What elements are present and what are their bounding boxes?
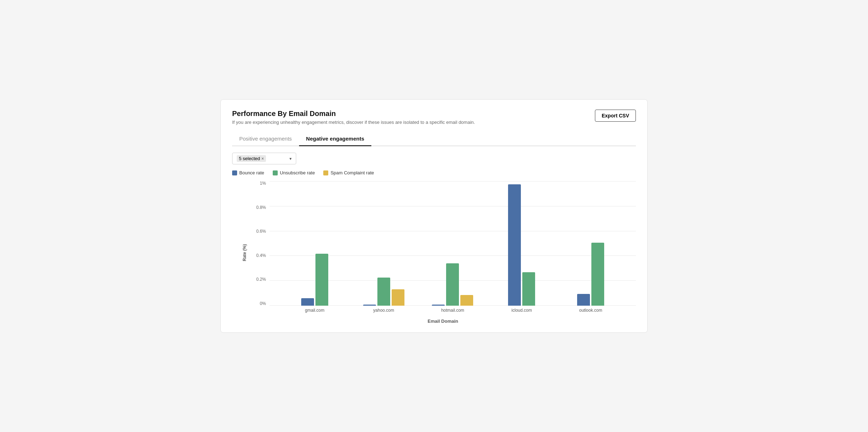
bounce-rate-color-dot	[232, 170, 237, 175]
x-label-icloud.com: icloud.com	[490, 306, 554, 316]
y-label-6: 0%	[260, 301, 266, 306]
x-label-gmail.com: gmail.com	[283, 306, 347, 316]
filter-row: 5 selected × ▾	[232, 153, 636, 164]
card-title: Performance By Email Domain	[232, 110, 475, 118]
bar-unsubscribe-gmail.com	[315, 254, 328, 306]
legend-bounce-label: Bounce rate	[239, 170, 264, 175]
bar-unsubscribe-outlook.com	[591, 243, 604, 306]
x-label-hotmail.com: hotmail.com	[420, 306, 485, 316]
card-header: Performance By Email Domain If you are e…	[232, 110, 636, 125]
chevron-down-icon: ▾	[289, 156, 292, 161]
unsubscribe-rate-color-dot	[273, 170, 278, 175]
filter-selected-tag: 5 selected ×	[237, 155, 266, 162]
bar-unsubscribe-yahoo.com	[377, 278, 390, 306]
bar-group-hotmail.com	[420, 263, 485, 306]
bar-spam-hotmail.com	[460, 295, 473, 306]
bar-bounce-gmail.com	[301, 298, 314, 306]
bar-bounce-icloud.com	[508, 184, 521, 306]
x-axis: gmail.comyahoo.comhotmail.comicloud.como…	[270, 306, 636, 316]
legend-unsubscribe-rate: Unsubscribe rate	[273, 170, 315, 175]
y-label-4: 0.4%	[256, 253, 266, 258]
legend-spam-label: Spam Complaint rate	[330, 170, 374, 175]
tabs-container: Positive engagements Negative engagement…	[232, 132, 636, 146]
x-label-outlook.com: outlook.com	[559, 306, 623, 316]
bar-group-yahoo.com	[352, 278, 416, 306]
tab-negative-engagements[interactable]: Negative engagements	[299, 132, 371, 146]
bars-container	[270, 181, 636, 306]
x-axis-title: Email Domain	[250, 318, 636, 324]
bar-bounce-outlook.com	[577, 294, 590, 306]
bar-spam-yahoo.com	[392, 289, 404, 306]
chart-wrapper: Rate (%) 1% 0.8% 0.6% 0.4% 0.2% 0%	[232, 181, 636, 324]
bar-unsubscribe-hotmail.com	[446, 263, 459, 306]
spam-rate-color-dot	[323, 170, 328, 175]
x-label-yahoo.com: yahoo.com	[352, 306, 416, 316]
y-label-5: 0.2%	[256, 277, 266, 281]
bar-group-gmail.com	[283, 254, 347, 306]
chart-legend: Bounce rate Unsubscribe rate Spam Compla…	[232, 170, 636, 175]
tab-positive-engagements[interactable]: Positive engagements	[232, 132, 299, 146]
chart-area: 1% 0.8% 0.6% 0.4% 0.2% 0%	[250, 181, 636, 316]
title-area: Performance By Email Domain If you are e…	[232, 110, 475, 125]
performance-card: Performance By Email Domain If you are e…	[220, 99, 648, 333]
chart-body: gmail.comyahoo.comhotmail.comicloud.como…	[270, 181, 636, 316]
y-label-2: 0.8%	[256, 205, 266, 210]
bar-group-outlook.com	[559, 243, 623, 306]
legend-unsubscribe-label: Unsubscribe rate	[280, 170, 315, 175]
filter-clear-icon[interactable]: ×	[261, 156, 264, 161]
legend-spam-rate: Spam Complaint rate	[323, 170, 374, 175]
export-csv-button[interactable]: Export CSV	[595, 110, 636, 122]
y-axis: 1% 0.8% 0.6% 0.4% 0.2% 0%	[250, 181, 270, 316]
card-subtitle: If you are experiencing unhealthy engage…	[232, 120, 475, 125]
y-label-3: 0.6%	[256, 229, 266, 233]
y-axis-title: Rate (%)	[242, 244, 247, 261]
y-label-1: 1%	[260, 181, 266, 185]
bar-group-icloud.com	[490, 184, 554, 306]
bar-unsubscribe-icloud.com	[522, 272, 535, 306]
domain-filter-dropdown[interactable]: 5 selected × ▾	[232, 153, 296, 164]
legend-bounce-rate: Bounce rate	[232, 170, 264, 175]
